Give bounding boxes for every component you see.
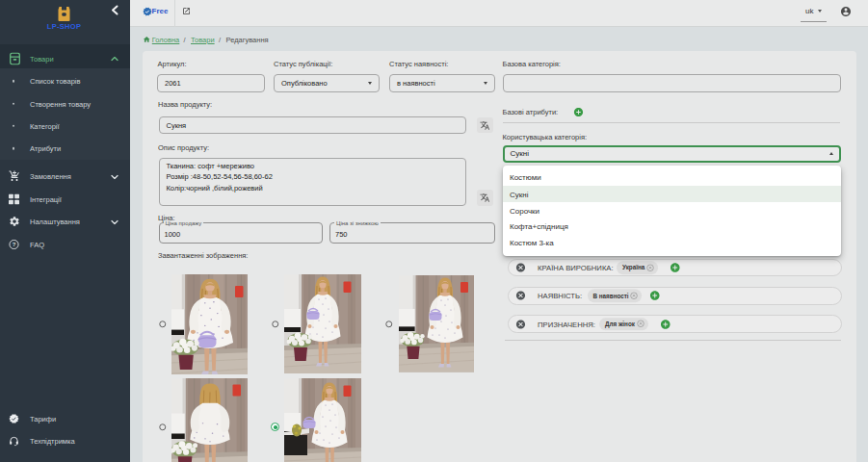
svg-text:?: ?	[13, 242, 16, 247]
